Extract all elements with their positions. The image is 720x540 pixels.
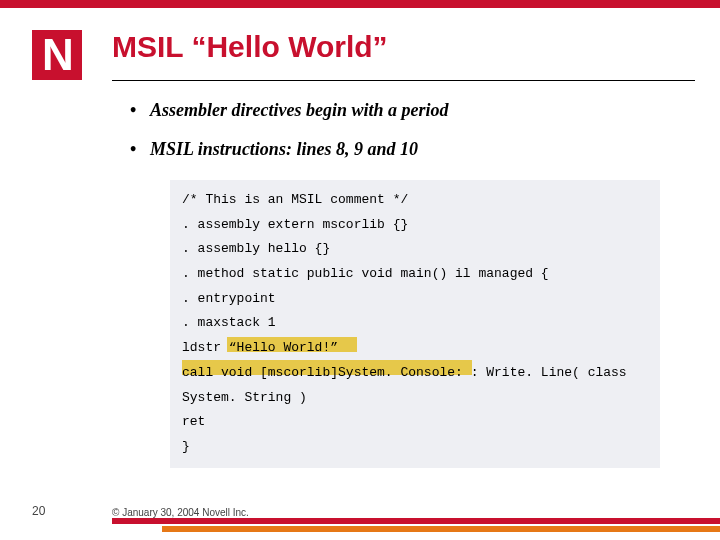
page-number: 20 <box>32 504 45 518</box>
code-line: ldstr “Hello World!” <box>182 336 648 361</box>
top-accent-bar <box>0 0 720 8</box>
novell-logo: N <box>32 30 82 80</box>
bottom-accent-bars <box>112 518 720 532</box>
bullet-item: MSIL instructions: lines 8, 9 and 10 <box>130 139 680 160</box>
code-line: } <box>182 435 648 460</box>
orange-bar <box>162 526 720 532</box>
code-block: /* This is an MSIL comment */ . assembly… <box>170 180 660 468</box>
code-line: . maxstack 1 <box>182 311 648 336</box>
code-line: . assembly extern mscorlib {} <box>182 213 648 238</box>
slide-title: MSIL “Hello World” <box>112 30 388 64</box>
code-line: call void [mscorlib]System. Console: : W… <box>182 361 648 410</box>
bullet-list: Assembler directives begin with a period… <box>130 100 680 178</box>
code-line: /* This is an MSIL comment */ <box>182 188 648 213</box>
bullet-item: Assembler directives begin with a period <box>130 100 680 121</box>
code-line: . method static public void main() il ma… <box>182 262 648 287</box>
title-underline <box>112 80 695 81</box>
code-line: ret <box>182 410 648 435</box>
code-line: . entrypoint <box>182 287 648 312</box>
red-bar <box>112 518 720 524</box>
copyright-text: © January 30, 2004 Novell Inc. <box>112 507 249 518</box>
code-line: . assembly hello {} <box>182 237 648 262</box>
